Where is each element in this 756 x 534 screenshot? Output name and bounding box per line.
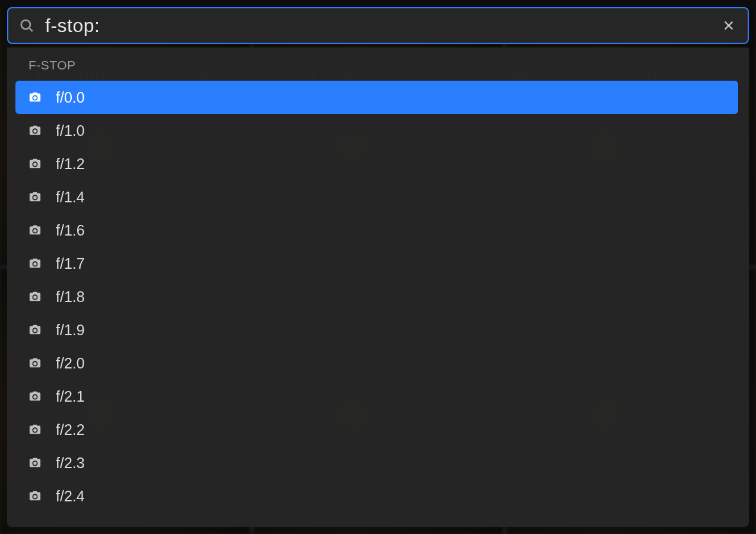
camera-icon (28, 290, 42, 303)
search-input[interactable] (45, 15, 720, 37)
dropdown-option-label: f/2.4 (56, 488, 85, 505)
search-icon (19, 18, 34, 33)
camera-icon (28, 257, 42, 270)
camera-icon (28, 224, 42, 237)
camera-icon (28, 490, 42, 503)
dropdown-option[interactable]: f/2.2 (15, 413, 738, 446)
camera-icon (28, 124, 42, 137)
search-bar (7, 7, 749, 44)
dropdown-option[interactable]: f/1.6 (15, 214, 738, 247)
camera-icon (28, 323, 42, 336)
dropdown-option[interactable]: f/2.1 (15, 380, 738, 413)
camera-icon (28, 190, 42, 204)
camera-icon (28, 357, 42, 370)
svg-point-0 (21, 20, 30, 29)
dropdown-option[interactable]: f/2.3 (15, 446, 738, 479)
camera-icon (28, 423, 42, 436)
clear-search-button[interactable] (720, 17, 737, 34)
dropdown-option[interactable]: f/1.4 (15, 180, 738, 214)
dropdown-list[interactable]: f/0.0f/1.0f/1.2f/1.4f/1.6f/1.7f/1.8f/1.9… (15, 81, 741, 521)
dropdown-option-label: f/1.0 (56, 122, 85, 139)
dropdown-option-label: f/1.7 (56, 255, 85, 272)
dropdown-option-label: f/2.1 (56, 388, 85, 405)
camera-icon (28, 157, 42, 170)
dropdown-option-label: f/1.2 (56, 155, 85, 173)
dropdown-option[interactable]: f/1.0 (15, 114, 738, 147)
dropdown-option-label: f/1.4 (56, 189, 85, 206)
dropdown-option[interactable]: f/2.0 (15, 347, 738, 380)
dropdown-option[interactable]: f/1.7 (15, 247, 738, 280)
camera-icon (28, 456, 42, 469)
dropdown-option[interactable]: f/1.2 (15, 147, 738, 180)
dropdown-option[interactable]: f/2.4 (15, 479, 738, 513)
dropdown-option[interactable]: f/1.9 (15, 313, 738, 347)
dropdown-section-header: F-STOP (15, 58, 741, 81)
dropdown-option-label: f/1.6 (56, 222, 85, 239)
dropdown-option[interactable]: f/0.0 (15, 81, 738, 114)
top-strip (0, 0, 756, 7)
dropdown-option-label: f/0.0 (56, 89, 85, 106)
dropdown-option-label: f/1.9 (56, 322, 85, 339)
dropdown-option-label: f/1.8 (56, 288, 85, 306)
camera-icon (28, 390, 42, 403)
svg-line-1 (29, 28, 32, 31)
dropdown-option[interactable]: f/1.8 (15, 280, 738, 313)
autocomplete-dropdown: F-STOP f/0.0f/1.0f/1.2f/1.4f/1.6f/1.7f/1… (7, 47, 749, 527)
dropdown-option-label: f/2.0 (56, 355, 85, 372)
close-icon (722, 19, 735, 32)
camera-icon (28, 91, 42, 104)
dropdown-option-label: f/2.3 (56, 454, 85, 472)
dropdown-option-label: f/2.2 (56, 421, 85, 438)
